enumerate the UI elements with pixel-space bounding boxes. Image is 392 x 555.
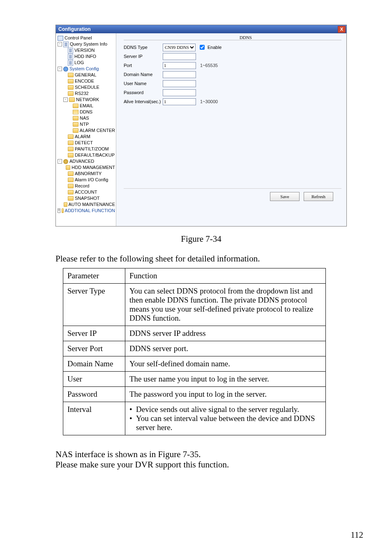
table-row: UserThe user name you input to log in th…	[63, 372, 326, 387]
doc-icon	[68, 60, 73, 66]
label-enable: Enable	[208, 45, 221, 50]
advanced-icon	[63, 159, 68, 164]
tree-detect[interactable]: DETECT	[58, 140, 115, 146]
nav-tree: Control Panel -Query System Info VERSION…	[56, 33, 116, 226]
folder-icon	[69, 97, 75, 102]
folder-icon	[73, 122, 78, 127]
titlebar: Configuration X	[56, 25, 346, 33]
close-icon[interactable]: X	[338, 26, 346, 33]
tree-account[interactable]: ACCOUNT	[58, 189, 115, 195]
folder-icon	[68, 141, 74, 145]
folder-icon	[68, 196, 74, 201]
folder-icon	[68, 134, 74, 139]
tree-control-panel[interactable]: Control Panel	[58, 35, 115, 41]
tree-general[interactable]: GENERAL	[58, 72, 115, 78]
table-row: PasswordThe password you input to log in…	[63, 387, 326, 402]
tree-version[interactable]: VERSION	[58, 47, 115, 53]
tree-ntp[interactable]: NTP	[58, 121, 115, 127]
tree-system-config[interactable]: -System Config	[58, 66, 115, 72]
folder-icon	[68, 184, 74, 188]
config-window: Configuration X Control Panel -Query Sys…	[55, 25, 347, 227]
tree-network[interactable]: -NETWORK	[58, 97, 115, 103]
save-button[interactable]: Save	[270, 192, 300, 201]
panel-icon	[58, 36, 63, 41]
folder-icon	[68, 147, 74, 151]
label-alive-interval: Alive Interval(sec.)	[124, 99, 163, 104]
label-server-ip: Server IP	[124, 54, 163, 59]
port-input[interactable]	[163, 62, 196, 69]
table-row: Server PortDDNS server port.	[63, 341, 326, 356]
bullet: Device sends out alive signal to the ser…	[129, 405, 321, 414]
alive-interval-input[interactable]	[163, 98, 196, 105]
expand-icon[interactable]: +	[58, 208, 60, 213]
ddns-type-select[interactable]: CN99 DDNS	[163, 44, 196, 51]
col-parameter: Parameter	[63, 268, 125, 284]
folder-icon	[68, 79, 74, 83]
config-icon	[63, 67, 68, 72]
collapse-icon[interactable]: -	[58, 42, 62, 46]
doc-icon	[63, 42, 69, 47]
tree-rs232[interactable]: RS232	[58, 90, 115, 97]
collapse-icon[interactable]: -	[58, 67, 62, 71]
col-function: Function	[125, 268, 326, 284]
folder-icon	[68, 178, 74, 182]
tree-hdd-mgmt[interactable]: HDD MANAGEMENT	[58, 164, 115, 171]
tree-record[interactable]: Record	[58, 183, 115, 189]
intro-text: Please refer to the following sheet for …	[55, 253, 347, 264]
folder-icon	[68, 153, 74, 157]
hint-interval: 1~30000	[200, 99, 218, 104]
user-name-input[interactable]	[163, 80, 196, 87]
tree-ddns[interactable]: DDNS	[58, 109, 115, 115]
tree-email[interactable]: EMAIL	[58, 103, 115, 109]
footer-line-2: Please make sure your DVR support this f…	[55, 460, 347, 470]
label-password: Password	[124, 90, 163, 95]
tree-hdd-info[interactable]: HDD INFO	[58, 53, 115, 60]
folder-icon	[73, 104, 78, 108]
tree-auto-maintenance[interactable]: AUTO MAINTENANCE	[58, 201, 115, 208]
hint-port: 1~65535	[200, 63, 218, 68]
panel-title: DDNS	[240, 35, 252, 40]
folder-icon	[73, 116, 78, 120]
page-number: 112	[350, 530, 363, 540]
table-row: Server TypeYou can select DDNS protocol …	[63, 284, 326, 326]
tree-ptz[interactable]: PAN/TILT/ZOOM	[58, 146, 115, 152]
collapse-icon[interactable]: -	[58, 159, 62, 164]
folder-icon	[68, 91, 74, 96]
enable-checkbox[interactable]	[200, 45, 205, 50]
folder-open-icon	[73, 110, 78, 114]
footer-line-1: NAS interface is shown as in Figure 7-35…	[55, 449, 347, 460]
tree-abnormity[interactable]: ABNORMITY	[58, 171, 115, 177]
tree-default-backup[interactable]: DEFAULT/BACKUP	[58, 152, 115, 158]
folder-icon	[66, 165, 70, 170]
tree-encode[interactable]: ENCODE	[58, 78, 115, 84]
tree-alarm-io[interactable]: Alarm I/O Config	[58, 177, 115, 183]
parameter-table: Parameter Function Server TypeYou can se…	[63, 268, 326, 435]
collapse-icon[interactable]: -	[63, 97, 68, 102]
tree-log[interactable]: LOG	[58, 60, 115, 66]
folder-icon	[68, 171, 74, 176]
tree-query-system-info[interactable]: -Query System Info	[58, 41, 115, 47]
tree-schedule[interactable]: SCHEDULE	[58, 84, 115, 90]
tree-additional-function[interactable]: +ADDTIONAL FUNCTION	[58, 208, 115, 214]
window-title: Configuration	[58, 26, 91, 32]
tree-nas[interactable]: NAS	[58, 115, 115, 121]
folder-icon	[73, 128, 78, 133]
server-ip-input[interactable]	[163, 53, 196, 60]
doc-icon	[68, 54, 73, 60]
domain-name-input[interactable]	[163, 71, 196, 78]
table-row: Server IPDDNS server IP address	[63, 326, 326, 341]
doc-icon	[68, 48, 73, 53]
tree-snapshot[interactable]: SNAPSHOT	[58, 195, 115, 201]
folder-icon	[68, 190, 74, 194]
table-row: Interval Device sends out alive signal t…	[63, 402, 326, 435]
table-row: Domain NameYour self-defined domain name…	[63, 356, 326, 372]
label-domain-name: Domain Name	[124, 72, 163, 77]
tree-advanced[interactable]: -ADVANCED	[58, 158, 115, 164]
password-input[interactable]	[163, 89, 196, 96]
label-ddns-type: DDNS Type	[124, 45, 163, 50]
folder-icon	[68, 85, 74, 90]
tree-alarm[interactable]: ALARM	[58, 134, 115, 140]
folder-icon	[62, 208, 63, 213]
tree-alarm-center[interactable]: ALARM CENTER	[58, 127, 115, 134]
refresh-button[interactable]: Refresh	[304, 192, 333, 201]
